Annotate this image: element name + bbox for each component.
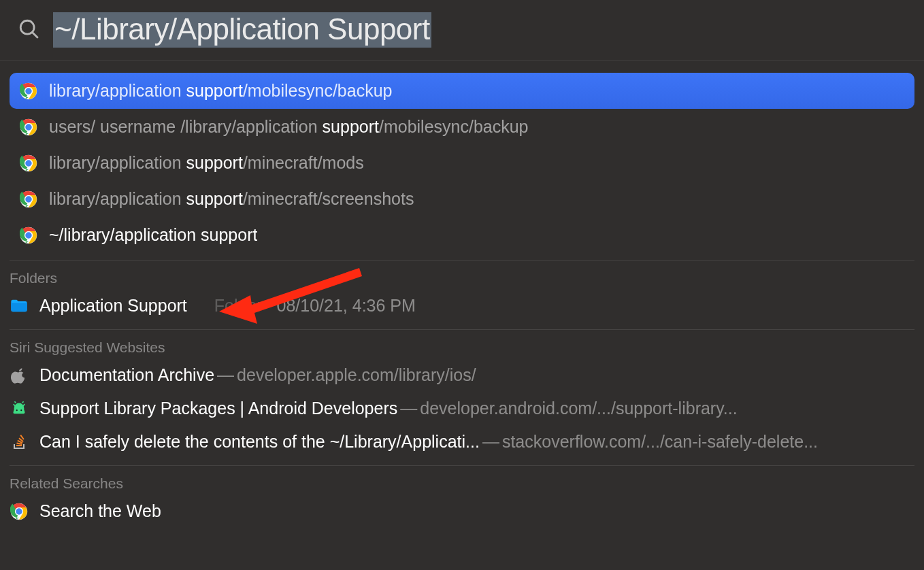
site-dash: —	[400, 399, 417, 418]
siri-site-row[interactable]: Can I safely delete the contents of the …	[0, 425, 924, 458]
folder-name: Application Support	[39, 296, 187, 316]
top-hit-text: library/application support/minecraft/sc…	[49, 189, 414, 209]
site-dash: —	[217, 365, 234, 385]
related-label: Search the Web	[39, 501, 161, 521]
svg-line-1	[33, 33, 38, 38]
chrome-icon	[10, 502, 29, 521]
site-title: Documentation Archive	[39, 365, 214, 385]
top-hit-text: users/ username /library/application sup…	[49, 117, 529, 137]
folder-meta: Folder · 08/10/21, 4:36 PM	[194, 296, 416, 316]
site-url: stackoverflow.com/.../can-i-safely-delet…	[502, 432, 914, 452]
top-hits-list: library/application support/mobilesync/b…	[0, 61, 924, 253]
svg-point-0	[20, 20, 34, 34]
spotlight-window: ~/Library/Application Support library/ap…	[0, 0, 924, 570]
site-url: developer.apple.com/library/ios/	[237, 365, 914, 385]
siri-sites-list: Documentation Archive — developer.apple.…	[0, 358, 924, 458]
folder-row[interactable]: Application SupportFolder · 08/10/21, 4:…	[0, 289, 924, 322]
svg-point-29	[16, 409, 18, 411]
top-hit-row[interactable]: library/application support/mobilesync/b…	[10, 73, 914, 109]
site-url: developer.android.com/.../support-librar…	[420, 399, 914, 418]
search-input[interactable]: ~/Library/Application Support	[53, 12, 906, 46]
search-query-text: ~/Library/Application Support	[53, 12, 431, 48]
top-hit-row[interactable]: library/application support/minecraft/mo…	[10, 145, 914, 181]
folder-icon	[10, 297, 29, 316]
search-icon	[18, 18, 41, 41]
top-hit-row[interactable]: library/application support/minecraft/sc…	[10, 181, 914, 217]
apple-icon	[10, 366, 29, 385]
folders-section-header: Folders	[0, 261, 924, 289]
siri-site-row[interactable]: Documentation Archive — developer.apple.…	[0, 358, 924, 392]
chrome-icon	[19, 118, 38, 137]
android-icon	[10, 399, 29, 418]
related-row[interactable]: Search the Web	[0, 494, 924, 528]
chrome-icon	[19, 190, 38, 209]
stackoverflow-icon	[10, 433, 29, 452]
siri-sites-section-header: Siri Suggested Websites	[0, 330, 924, 358]
top-hit-text: library/application support/mobilesync/b…	[49, 81, 392, 101]
siri-site-row[interactable]: Support Library Packages | Android Devel…	[0, 392, 924, 425]
folders-list: Application SupportFolder · 08/10/21, 4:…	[0, 289, 924, 322]
site-title: Can I safely delete the contents of the …	[39, 432, 480, 452]
site-dash: —	[482, 432, 499, 452]
chrome-icon	[19, 82, 38, 101]
related-section-header: Related Searches	[0, 466, 924, 494]
related-list: Search the Web	[0, 494, 924, 528]
top-hit-row[interactable]: ~/library/application support	[10, 217, 914, 253]
top-hit-text: ~/library/application support	[49, 225, 257, 245]
svg-point-30	[20, 409, 22, 411]
site-title: Support Library Packages | Android Devel…	[39, 399, 397, 418]
search-bar: ~/Library/Application Support	[0, 0, 924, 61]
chrome-icon	[19, 154, 38, 173]
top-hit-text: library/application support/minecraft/mo…	[49, 153, 364, 173]
top-hit-row[interactable]: users/ username /library/application sup…	[10, 109, 914, 145]
chrome-icon	[19, 226, 38, 245]
